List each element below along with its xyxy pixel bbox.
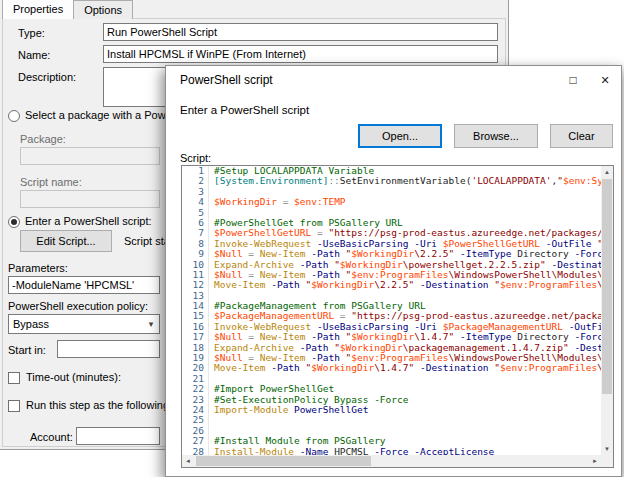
code-line: 1#Setup LOCALAPPDATA Variable	[182, 166, 601, 176]
start-in-field[interactable]	[57, 340, 160, 358]
code-line: 16Invoke-WebRequest -UseBasicParsing -Ur…	[182, 322, 601, 332]
code-line: 17$Null = New-Item -Path "$WorkingDir\1.…	[182, 332, 601, 342]
tab-strip: Properties Options	[2, 0, 132, 19]
maximize-icon: □	[569, 73, 576, 87]
horizontal-scroll-thumb[interactable]	[196, 456, 371, 466]
vertical-scrollbar[interactable]: ▲ ▼	[601, 166, 613, 455]
code-line: 12Move-Item -Path "$WorkingDir\2.2.5" -D…	[182, 280, 601, 290]
start-in-label: Start in:	[8, 344, 46, 356]
clear-button[interactable]: Clear	[550, 124, 613, 148]
close-icon: ✕	[600, 74, 609, 86]
scrollbar-corner	[601, 455, 613, 467]
chevron-down-icon: ▾	[143, 319, 159, 329]
type-field[interactable]	[103, 23, 498, 41]
code-line: 10Expand-Archive -Path "$WorkingDir\powe…	[182, 260, 601, 270]
code-line: 19$Null = New-Item -Path "$env:ProgramFi…	[182, 353, 601, 363]
dialog-titlebar[interactable]: PowerShell script □ ✕	[166, 66, 621, 94]
name-field[interactable]	[103, 45, 498, 63]
code-line: 2[System.Environment]::SetEnvironmentVar…	[182, 176, 601, 186]
code-lines: 1#Setup LOCALAPPDATA Variable2[System.En…	[182, 166, 601, 455]
script-label: Script:	[180, 152, 211, 164]
code-line: 23#Set-ExecutionPolicy Bypass -Force	[182, 395, 601, 405]
code-line: 14#PackageManagement from PSGallery URL	[182, 301, 601, 311]
timeout-checkbox[interactable]	[8, 372, 20, 384]
code-line: 15$PackageManagementURL = "https://psg-p…	[182, 311, 601, 321]
code-line: 11$Null = New-Item -Path "$env:ProgramFi…	[182, 270, 601, 280]
code-line: 4$WorkingDir = $env:TEMP	[182, 197, 601, 207]
horizontal-scrollbar[interactable]: ◄ ►	[182, 455, 601, 467]
radio-selected-dot	[11, 219, 17, 225]
code-line: 28Install-Module -Name HPCMSL -Force -Ac…	[182, 447, 601, 455]
run-as-account-checkbox[interactable]	[8, 400, 20, 412]
timeout-label: Time-out (minutes):	[26, 371, 121, 383]
parameters-label: Parameters:	[8, 262, 68, 274]
script-name-field	[20, 190, 160, 208]
script-editor[interactable]: 1#Setup LOCALAPPDATA Variable2[System.En…	[181, 165, 614, 468]
maximize-button[interactable]: □	[557, 66, 589, 94]
radio-select-package[interactable]	[8, 110, 20, 122]
browse-button[interactable]: Browse...	[454, 124, 538, 148]
code-line: 24Import-Module PowerShellGet	[182, 405, 601, 415]
code-line: 22#Import PowerShellGet	[182, 384, 601, 394]
code-line: 21	[182, 374, 601, 384]
execution-policy-select[interactable]: Bypass ▾	[8, 314, 160, 334]
radio-enter-script[interactable]	[8, 216, 20, 228]
code-line: 13	[182, 291, 601, 301]
package-label: Package:	[20, 133, 66, 145]
scroll-down-icon[interactable]: ▼	[601, 443, 613, 455]
code-line: 5	[182, 208, 601, 218]
name-label: Name:	[18, 49, 50, 61]
execution-policy-value: Bypass	[13, 318, 49, 330]
account-field[interactable]	[76, 427, 160, 445]
scroll-left-icon[interactable]: ◄	[182, 455, 194, 467]
code-line: 3	[182, 187, 601, 197]
code-line: 18Expand-Archive -Path "$WorkingDir\pack…	[182, 343, 601, 353]
scroll-right-icon[interactable]: ►	[589, 455, 601, 467]
tab-properties[interactable]: Properties	[2, 0, 74, 19]
tab-options[interactable]: Options	[73, 0, 133, 19]
account-label: Account:	[30, 431, 73, 443]
dialog-title: PowerShell script	[180, 73, 273, 87]
code-line: 25	[182, 415, 601, 425]
execution-policy-label: PowerShell execution policy:	[8, 300, 148, 312]
prompt-label: Enter a PowerShell script	[180, 104, 309, 116]
radio-enter-script-label: Enter a PowerShell script:	[25, 215, 152, 227]
scroll-up-icon[interactable]: ▲	[601, 166, 613, 178]
code-line: 6#PowerShellGet from PSGallery URL	[182, 218, 601, 228]
code-line: 7$PowerShellGetURL = "https://psg-prod-e…	[182, 228, 601, 238]
script-name-label: Script name:	[20, 176, 82, 188]
powershell-script-dialog: PowerShell script □ ✕ Enter a PowerShell…	[165, 65, 622, 477]
edit-script-button[interactable]: Edit Script...	[20, 230, 112, 252]
parameters-field[interactable]	[8, 276, 160, 294]
screen: Properties Options Type: Name: Descripti…	[0, 0, 624, 477]
code-line: 26	[182, 426, 601, 436]
open-button[interactable]: Open...	[358, 124, 442, 148]
close-button[interactable]: ✕	[589, 66, 621, 94]
description-label: Description:	[18, 71, 76, 83]
code-line: 20Move-Item -Path "$WorkingDir\1.4.7" -D…	[182, 363, 601, 373]
code-line: 9$Null = New-Item -Path "$WorkingDir\2.2…	[182, 249, 601, 259]
package-field	[20, 147, 160, 165]
code-line: 27#Install Module from PSGallery	[182, 436, 601, 446]
type-label: Type:	[18, 27, 45, 39]
code-line: 8Invoke-WebRequest -UseBasicParsing -Uri…	[182, 239, 601, 249]
vertical-scroll-thumb[interactable]	[602, 179, 612, 394]
